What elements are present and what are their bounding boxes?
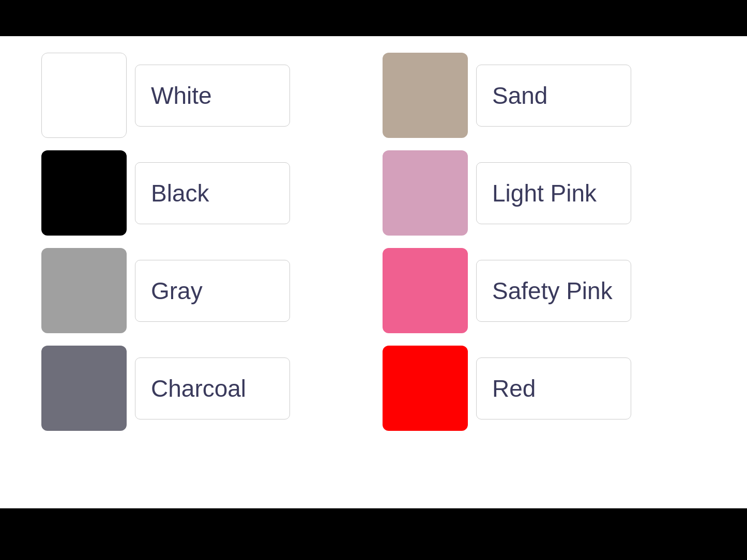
list-item[interactable]: Sand bbox=[383, 46, 682, 144]
color-label-gray: Gray bbox=[151, 277, 203, 305]
color-label-box-white: White bbox=[135, 65, 290, 127]
color-swatch-black bbox=[41, 150, 127, 236]
color-label-charcoal: Charcoal bbox=[151, 375, 246, 402]
color-label-red: Red bbox=[492, 375, 536, 402]
color-swatch-sand bbox=[383, 53, 468, 138]
color-swatch-light-pink bbox=[383, 150, 468, 236]
color-swatch-gray bbox=[41, 248, 127, 333]
color-label-safety-pink: Safety Pink bbox=[492, 277, 613, 305]
main-content: White Black Gray Charcoal San bbox=[0, 36, 747, 508]
color-label-box-red: Red bbox=[476, 357, 631, 419]
color-label-box-sand: Sand bbox=[476, 65, 631, 127]
color-label-light-pink: Light Pink bbox=[492, 179, 597, 207]
color-label-box-gray: Gray bbox=[135, 260, 290, 322]
color-label-box-light-pink: Light Pink bbox=[476, 162, 631, 224]
list-item[interactable]: Light Pink bbox=[383, 144, 682, 242]
color-list-right: Sand Light Pink Safety Pink Red bbox=[383, 46, 682, 437]
list-item[interactable]: Safety Pink bbox=[383, 242, 682, 339]
list-item[interactable]: Charcoal bbox=[41, 339, 341, 437]
color-label-box-black: Black bbox=[135, 162, 290, 224]
color-label-white: White bbox=[151, 82, 212, 110]
list-item[interactable]: Gray bbox=[41, 242, 341, 339]
list-item[interactable]: White bbox=[41, 46, 341, 144]
color-label-box-charcoal: Charcoal bbox=[135, 357, 290, 419]
color-swatch-safety-pink bbox=[383, 248, 468, 333]
list-item[interactable]: Black bbox=[41, 144, 341, 242]
color-label-black: Black bbox=[151, 179, 209, 207]
top-bar bbox=[0, 0, 747, 36]
color-label-sand: Sand bbox=[492, 82, 547, 110]
color-swatch-white bbox=[41, 53, 127, 138]
color-label-box-safety-pink: Safety Pink bbox=[476, 260, 631, 322]
color-swatch-red bbox=[383, 346, 468, 431]
list-item[interactable]: Red bbox=[383, 339, 682, 437]
bottom-bar bbox=[0, 508, 747, 560]
color-list-left: White Black Gray Charcoal bbox=[41, 46, 341, 437]
color-swatch-charcoal bbox=[41, 346, 127, 431]
